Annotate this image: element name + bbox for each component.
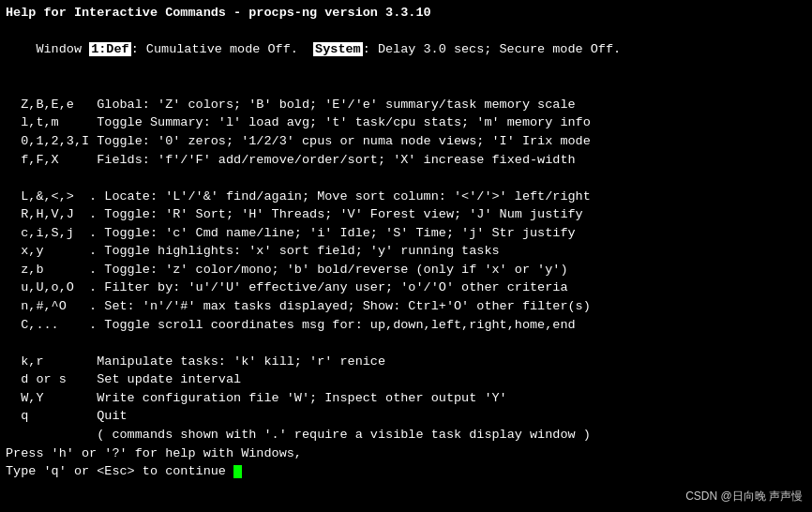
help-line-kr: k,r Manipulate tasks: 'k' kill; 'r' reni… xyxy=(6,353,806,371)
help-line-note: ( commands shown with '.' require a visi… xyxy=(6,426,806,444)
system-box: System xyxy=(313,42,363,56)
help-line-q: q Quit xyxy=(6,407,806,426)
help-line-press: Press 'h' or '?' for help with Windows, xyxy=(6,444,806,463)
window-line: Window 1:Def: Cumulative mode Off. Syste… xyxy=(6,23,806,78)
window-prefix: Window xyxy=(36,42,89,56)
help-line-zb: z,b . Toggle: 'z' color/mono; 'b' bold/r… xyxy=(6,261,806,279)
blank-line-2 xyxy=(6,169,806,188)
help-line-wy: W,Y Write configuration file 'W'; Inspec… xyxy=(6,389,806,408)
help-line-0123: 0,1,2,3,I Toggle: '0' zeros; '1/2/3' cpu… xyxy=(6,132,806,151)
help-line-locate: L,&,<,> . Locate: 'L'/'&' find/again; Mo… xyxy=(6,188,806,206)
help-line-d: d or s Set update interval xyxy=(6,370,806,389)
title-line: Help for Interactive Commands - procps-n… xyxy=(6,4,806,23)
help-line-rhvj: R,H,V,J . Toggle: 'R' Sort; 'H' Threads;… xyxy=(6,205,806,224)
window-box: 1:Def xyxy=(89,42,131,56)
window-end: : Delay 3.0 secs; Secure mode Off. xyxy=(363,42,621,56)
help-line-nhato: n,#,^O . Set: 'n'/'#' max tasks displaye… xyxy=(6,297,806,316)
help-line-c: C,... . Toggle scroll coordinates msg fo… xyxy=(6,316,806,335)
help-line-ffx: f,F,X Fields: 'f'/'F' add/remove/order/s… xyxy=(6,151,806,170)
help-line-type: Type 'q' or <Esc> to continue xyxy=(6,462,806,481)
help-line-zbe: Z,B,E,e Global: 'Z' colors; 'B' bold; 'E… xyxy=(6,96,806,114)
help-line-cisj: c,i,S,j . Toggle: 'c' Cmd name/line; 'i'… xyxy=(6,224,806,243)
help-line-uuoo: u,U,o,O . Filter by: 'u'/'U' effective/a… xyxy=(6,279,806,297)
blank-line-1 xyxy=(6,77,806,96)
watermark: CSDN @日向晚 声声慢 xyxy=(685,489,803,504)
window-mid: : Cumulative mode Off. xyxy=(131,42,313,56)
help-line-xy: x,y . Toggle highlights: 'x' sort field;… xyxy=(6,242,806,261)
blank-line-3 xyxy=(6,334,806,353)
terminal-window: Help for Interactive Commands - procps-n… xyxy=(0,0,812,512)
help-content: Z,B,E,e Global: 'Z' colors; 'B' bold; 'E… xyxy=(6,77,806,480)
help-line-ltm: l,t,m Toggle Summary: 'l' load avg; 't' … xyxy=(6,113,806,132)
terminal-cursor xyxy=(233,465,242,478)
